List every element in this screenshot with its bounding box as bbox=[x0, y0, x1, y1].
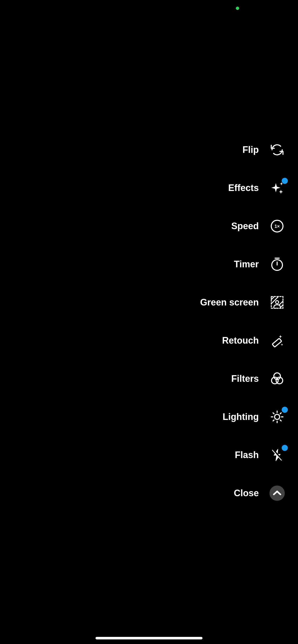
speed-icon: 1× bbox=[269, 218, 285, 234]
svg-rect-10 bbox=[272, 338, 282, 347]
svg-line-21 bbox=[273, 420, 274, 421]
effects-button[interactable]: Effects bbox=[228, 180, 285, 196]
timer-icon bbox=[269, 257, 285, 272]
chevron-up-icon bbox=[269, 486, 285, 501]
retouch-icon bbox=[269, 333, 285, 348]
lighting-icon bbox=[269, 409, 285, 425]
speed-value: 1× bbox=[275, 224, 280, 229]
tool-label: Timer bbox=[234, 259, 259, 270]
lighting-button[interactable]: Lighting bbox=[223, 409, 285, 425]
new-badge bbox=[282, 407, 288, 413]
flash-button[interactable]: Flash bbox=[235, 447, 285, 463]
tool-label: Green screen bbox=[200, 297, 259, 308]
camera-active-dot bbox=[236, 7, 239, 10]
speed-button[interactable]: Speed 1× bbox=[231, 218, 285, 234]
flip-icon bbox=[269, 142, 285, 157]
tool-label: Retouch bbox=[222, 335, 259, 346]
tool-label: Speed bbox=[231, 221, 259, 231]
svg-line-19 bbox=[273, 413, 274, 414]
tool-label: Close bbox=[234, 488, 259, 499]
tool-label: Lighting bbox=[223, 412, 259, 422]
timer-button[interactable]: Timer bbox=[234, 257, 285, 272]
close-button[interactable]: Close bbox=[234, 486, 285, 501]
green-screen-button[interactable]: Green screen bbox=[200, 295, 285, 310]
svg-line-20 bbox=[280, 420, 281, 421]
tool-label: Filters bbox=[231, 373, 259, 384]
camera-tools-sidebar: Flip Effects Speed 1× bbox=[200, 142, 285, 501]
flash-off-icon bbox=[269, 447, 285, 463]
tool-label: Effects bbox=[228, 183, 259, 193]
new-badge bbox=[282, 178, 288, 184]
new-badge bbox=[282, 445, 288, 451]
filters-icon bbox=[269, 371, 285, 386]
svg-line-22 bbox=[280, 413, 281, 414]
green-screen-icon bbox=[269, 295, 285, 310]
effects-icon bbox=[269, 180, 285, 196]
tool-label: Flip bbox=[242, 144, 259, 155]
home-indicator[interactable] bbox=[96, 637, 202, 639]
svg-point-9 bbox=[276, 301, 279, 304]
flip-button[interactable]: Flip bbox=[242, 142, 285, 157]
filters-button[interactable]: Filters bbox=[231, 371, 285, 386]
tool-label: Flash bbox=[235, 450, 259, 460]
svg-point-14 bbox=[275, 414, 280, 419]
svg-line-5 bbox=[271, 297, 274, 300]
retouch-button[interactable]: Retouch bbox=[222, 333, 285, 348]
